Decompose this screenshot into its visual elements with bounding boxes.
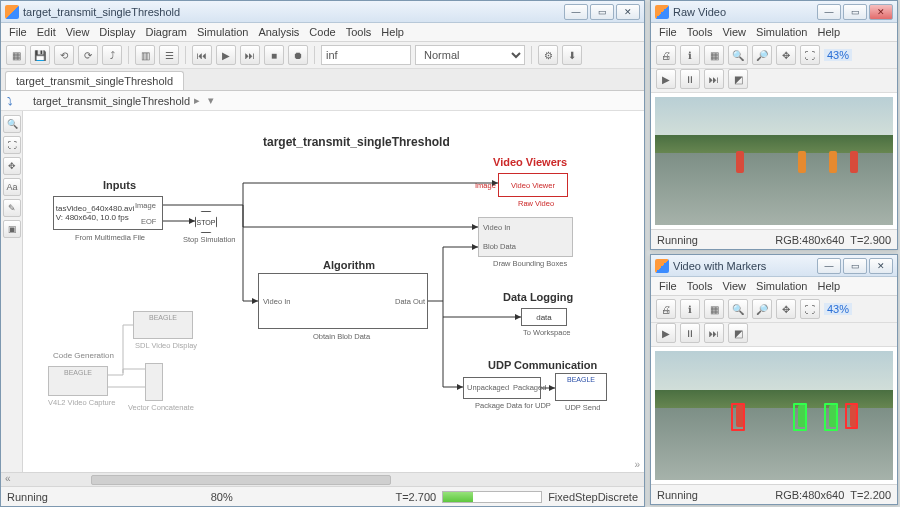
fit-icon[interactable]: ⛶ (800, 299, 820, 319)
print-icon[interactable]: 🖨 (656, 299, 676, 319)
minimize-button[interactable]: — (564, 4, 588, 20)
menu-view[interactable]: View (722, 26, 746, 38)
scrollbar-thumb[interactable] (91, 475, 391, 485)
export-icon[interactable]: ▦ (704, 45, 724, 65)
pause-icon[interactable]: ⏸ (680, 323, 700, 343)
step-forward-icon[interactable]: ⏭ (240, 45, 260, 65)
menu-edit[interactable]: Edit (37, 26, 56, 38)
menu-tools[interactable]: Tools (346, 26, 372, 38)
zoom-percent[interactable]: 43% (824, 49, 852, 61)
menu-help[interactable]: Help (817, 280, 840, 292)
pan-icon[interactable]: ✥ (776, 45, 796, 65)
close-button[interactable]: ✕ (869, 258, 893, 274)
run-icon[interactable]: ▶ (216, 45, 236, 65)
section-codegen: Code Generation (53, 351, 114, 360)
step-icon[interactable]: ⏭ (704, 69, 724, 89)
explorer-icon[interactable]: ☰ (159, 45, 179, 65)
record-icon[interactable]: ⏺ (288, 45, 308, 65)
block-v4l2[interactable]: BEAGLE (48, 366, 108, 396)
simulink-titlebar[interactable]: target_transmit_singleThreshold — ▭ ✕ (1, 1, 644, 23)
menu-view[interactable]: View (66, 26, 90, 38)
image-icon[interactable]: ▣ (3, 220, 21, 238)
highlight-icon[interactable]: ◩ (728, 323, 748, 343)
pan-icon[interactable]: ✥ (776, 299, 796, 319)
block-data[interactable]: data (521, 308, 567, 326)
breadcrumb-dropdown[interactable]: ▾ (208, 94, 214, 107)
menu-file[interactable]: File (659, 280, 677, 292)
step-icon[interactable]: ⏭ (704, 323, 724, 343)
comment-icon[interactable]: ✎ (3, 199, 21, 217)
pan-icon[interactable]: ✥ (3, 157, 21, 175)
deploy-icon[interactable]: ⬇ (562, 45, 582, 65)
hierarchy-button[interactable]: ⤵ (7, 95, 13, 107)
menu-simulation[interactable]: Simulation (197, 26, 248, 38)
breadcrumb-root[interactable]: target_transmit_singleThreshold (33, 95, 190, 107)
back-icon[interactable]: ⟲ (54, 45, 74, 65)
menu-file[interactable]: File (9, 26, 27, 38)
zoom-in-icon[interactable]: 🔍 (728, 299, 748, 319)
model-canvas[interactable]: target_transmit_singleThreshold Inputs A… (23, 111, 644, 472)
build-icon[interactable]: ⚙ (538, 45, 558, 65)
menu-view[interactable]: View (722, 280, 746, 292)
menu-help[interactable]: Help (381, 26, 404, 38)
menu-diagram[interactable]: Diagram (145, 26, 187, 38)
forward-icon[interactable]: ⟳ (78, 45, 98, 65)
pause-icon[interactable]: ⏸ (680, 69, 700, 89)
print-icon[interactable]: 🖨 (656, 45, 676, 65)
menu-simulation[interactable]: Simulation (756, 26, 807, 38)
block-udp-send[interactable]: BEAGLE (555, 373, 607, 401)
scroll-anchor-icon[interactable]: » (634, 459, 640, 470)
maximize-button[interactable]: ▭ (843, 4, 867, 20)
stop-time-input[interactable] (321, 45, 411, 65)
zoom-out-icon[interactable]: 🔎 (752, 299, 772, 319)
zoom-icon[interactable]: 🔍 (3, 115, 21, 133)
block-vector-concat[interactable] (145, 363, 163, 401)
minimize-button[interactable]: — (817, 258, 841, 274)
zoom-out-icon[interactable]: 🔎 (752, 45, 772, 65)
info-icon[interactable]: ℹ (680, 45, 700, 65)
save-icon[interactable]: 💾 (30, 45, 50, 65)
stop-sim-icon[interactable]: ■ (264, 45, 284, 65)
block-sdl-display[interactable]: BEAGLE (133, 311, 193, 339)
sim-mode-select[interactable]: Normal (415, 45, 525, 65)
menu-help[interactable]: Help (817, 26, 840, 38)
fit-icon[interactable]: ⛶ (800, 45, 820, 65)
library-icon[interactable]: ▥ (135, 45, 155, 65)
markers-video-titlebar[interactable]: Video with Markers — ▭ ✕ (651, 255, 897, 277)
info-icon[interactable]: ℹ (680, 299, 700, 319)
raw-video-statusbar: Running RGB:480x640 T=2.900 (651, 229, 897, 249)
block-stop[interactable]: STOP (195, 211, 217, 233)
menu-simulation[interactable]: Simulation (756, 280, 807, 292)
maximize-button[interactable]: ▭ (590, 4, 614, 20)
export-icon[interactable]: ▦ (704, 299, 724, 319)
menu-analysis[interactable]: Analysis (258, 26, 299, 38)
highlight-icon[interactable]: ◩ (728, 69, 748, 89)
new-model-icon[interactable]: ▦ (6, 45, 26, 65)
caption-algorithm: Obtain Blob Data (313, 332, 370, 341)
fit-icon[interactable]: ⛶ (3, 136, 21, 154)
simulink-toolbar: ▦ 💾 ⟲ ⟳ ⤴ ▥ ☰ ⏮ ▶ ⏭ ■ ⏺ Normal ⚙ ⬇ (1, 42, 644, 69)
play-icon[interactable]: ▶ (656, 323, 676, 343)
menu-file[interactable]: File (659, 26, 677, 38)
block-video-viewer[interactable]: Video Viewer (498, 173, 568, 197)
markers-video-canvas[interactable] (651, 347, 897, 484)
menu-tools[interactable]: Tools (687, 280, 713, 292)
model-tab[interactable]: target_transmit_singleThreshold (5, 71, 184, 90)
minimize-button[interactable]: — (817, 4, 841, 20)
zoom-in-icon[interactable]: 🔍 (728, 45, 748, 65)
menu-display[interactable]: Display (99, 26, 135, 38)
menu-tools[interactable]: Tools (687, 26, 713, 38)
step-back-icon[interactable]: ⏮ (192, 45, 212, 65)
annotate-icon[interactable]: Aa (3, 178, 21, 196)
horizontal-scrollbar[interactable]: « (1, 472, 644, 486)
zoom-percent[interactable]: 43% (824, 303, 852, 315)
raw-video-canvas[interactable] (651, 93, 897, 229)
maximize-button[interactable]: ▭ (843, 258, 867, 274)
menu-code[interactable]: Code (309, 26, 335, 38)
play-icon[interactable]: ▶ (656, 69, 676, 89)
up-icon[interactable]: ⤴ (102, 45, 122, 65)
close-button[interactable]: ✕ (616, 4, 640, 20)
close-button[interactable]: ✕ (869, 4, 893, 20)
status-solver: FixedStepDiscrete (548, 491, 638, 503)
raw-video-titlebar[interactable]: Raw Video — ▭ ✕ (651, 1, 897, 23)
